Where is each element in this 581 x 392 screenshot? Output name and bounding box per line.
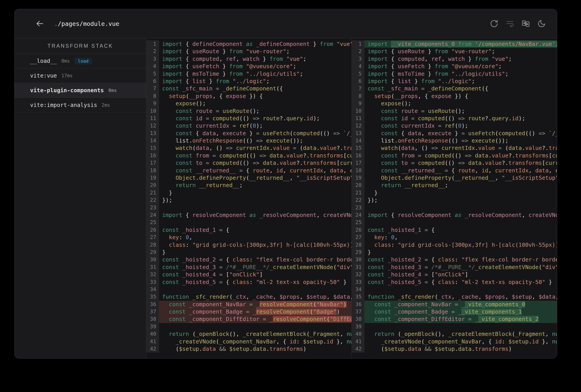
code-token: = xyxy=(465,316,475,322)
code-line: 26const _hoisted_1 = { xyxy=(352,226,557,234)
code-token: . xyxy=(529,338,532,345)
code-token xyxy=(368,338,381,345)
code-token: curr xyxy=(340,160,352,166)
code-token xyxy=(162,308,169,315)
code-token: onFetchResponse xyxy=(398,138,448,144)
plugin-name: __load__ xyxy=(30,58,57,64)
code-token: , () xyxy=(209,145,226,151)
code-token: { xyxy=(186,212,192,218)
code-token: ( xyxy=(313,301,316,308)
code-token: { xyxy=(391,63,398,70)
code-token: ) xyxy=(336,308,340,315)
code-text: const to = computed(() => data.value?.tr… xyxy=(364,159,557,166)
code-token: transforms xyxy=(270,346,303,352)
code-token: value xyxy=(485,160,502,166)
code-text: key: 0, xyxy=(159,234,352,241)
code-token: id xyxy=(196,115,202,122)
code-token: const xyxy=(176,160,196,166)
code-token: __returned__ xyxy=(404,182,445,188)
code-line: 31const _hoisted_3 = /*#__PURE__*/_creat… xyxy=(146,264,352,271)
sidebar-item-vite-vue[interactable]: vite:vue 17ms xyxy=(14,68,146,83)
code-token: `/_ xyxy=(343,130,352,136)
code-token: = xyxy=(216,264,226,270)
code-token: { xyxy=(196,130,202,136)
line-number: 41 xyxy=(352,338,364,345)
line-number: 13 xyxy=(146,130,159,137)
code-text: const _sfc_main = _defineComponent({ xyxy=(159,85,352,92)
code-token: = xyxy=(421,279,431,285)
code-token: (), xyxy=(229,331,242,337)
code-token: . xyxy=(508,115,512,122)
code-line: 16 const from = computed(() => data.valu… xyxy=(352,152,557,159)
sidebar-item-load[interactable]: __load__ 0ms load xyxy=(14,54,146,68)
code-token: id xyxy=(482,167,488,174)
code-token: _cache xyxy=(253,294,273,300)
code-token xyxy=(162,316,169,322)
line-number: 11 xyxy=(352,115,364,122)
code-token: $setup xyxy=(306,294,326,300)
code-token: return xyxy=(374,331,398,337)
code-token: resolveComponent xyxy=(273,316,326,322)
moon-icon[interactable] xyxy=(537,20,546,28)
code-token: = xyxy=(461,130,468,136)
code-line: 21 } xyxy=(146,189,352,196)
code-token: _createElementVNode xyxy=(475,264,539,270)
diff-view-icon[interactable] xyxy=(522,20,530,28)
code-text: class: "grid grid-cols-[300px,3fr] h-[ca… xyxy=(159,241,352,248)
code-pane-before[interactable]: 1import { defineComponent as _defineComp… xyxy=(146,38,352,358)
code-line: 10 const route = useRoute(); xyxy=(352,107,557,115)
code-token: ; xyxy=(505,70,508,77)
code-token: ); xyxy=(313,115,320,122)
code-token: nu xyxy=(347,338,352,345)
code-token: const xyxy=(162,271,182,278)
sidebar-item-vite-import-analysis[interactable]: vite:import-analysis 2ms xyxy=(14,98,146,112)
line-number: 17 xyxy=(352,159,364,166)
sidebar-item-vite-plugin-components[interactable]: vite-plugin-components 0ms xyxy=(14,83,146,98)
line-number: 11 xyxy=(146,115,159,122)
code-text: import { resolveComponent as _resolveCom… xyxy=(364,211,557,219)
code-token: "onClick" xyxy=(229,271,259,278)
back-button[interactable] xyxy=(35,19,44,28)
code-token: { xyxy=(246,167,253,174)
code-line: 28 class: "grid grid-cols-[300px,3fr] h-… xyxy=(146,241,352,248)
code-token: _resolveComponent xyxy=(260,212,316,218)
code-token: } xyxy=(424,70,435,77)
code-token: ) xyxy=(343,301,347,308)
code-text: const _component_Badge = _resolveCompone… xyxy=(159,308,352,316)
code-token: from xyxy=(435,63,451,70)
code-line: 6import { list } from "../logic"; xyxy=(352,78,557,85)
code-token xyxy=(162,174,176,181)
code-token: ?. xyxy=(485,115,492,122)
code-line: 7const _sfc_main = _defineComponent({ xyxy=(146,85,352,92)
code-token: (() xyxy=(242,138,256,144)
code-token: = xyxy=(216,271,226,278)
code-text: list.onFetchResponse(() => execute()); xyxy=(364,137,557,144)
code-token: const xyxy=(368,264,388,270)
code-token: _ xyxy=(475,316,478,322)
code-token: ref xyxy=(239,122,249,129)
code-token: const xyxy=(162,279,182,285)
code-token: _component_Badge xyxy=(189,308,242,315)
code-token: , xyxy=(532,294,539,300)
code-line: 18 const __returned__ = { route, id, cur… xyxy=(146,167,352,174)
code-text: } xyxy=(364,248,557,256)
code-token: setup xyxy=(169,93,186,99)
wrap-lines-icon[interactable] xyxy=(506,20,514,28)
code-token: } xyxy=(424,48,435,54)
code-text: const { data, execute } = useFetch(compu… xyxy=(364,130,557,137)
code-text: } xyxy=(364,189,557,196)
code-text: import { msToTime } from "../logic/utils… xyxy=(159,70,352,78)
code-token: (() xyxy=(239,115,253,122)
code-token: "../logic/utils" xyxy=(451,70,505,77)
code-token: data xyxy=(408,346,421,352)
code-token: { xyxy=(391,70,398,77)
code-text: const _hoisted_5 = { class: "ml-2 text-x… xyxy=(159,278,352,286)
code-token xyxy=(368,152,381,159)
code-token: _ctx xyxy=(232,294,246,300)
code-token: const xyxy=(169,316,189,322)
line-number: 7 xyxy=(146,85,159,92)
code-pane-after[interactable]: 1import __vite_components_0 from '/compo… xyxy=(352,38,557,358)
refresh-icon[interactable] xyxy=(490,20,498,28)
line-number: 9 xyxy=(352,100,364,107)
code-token: from xyxy=(455,41,475,47)
